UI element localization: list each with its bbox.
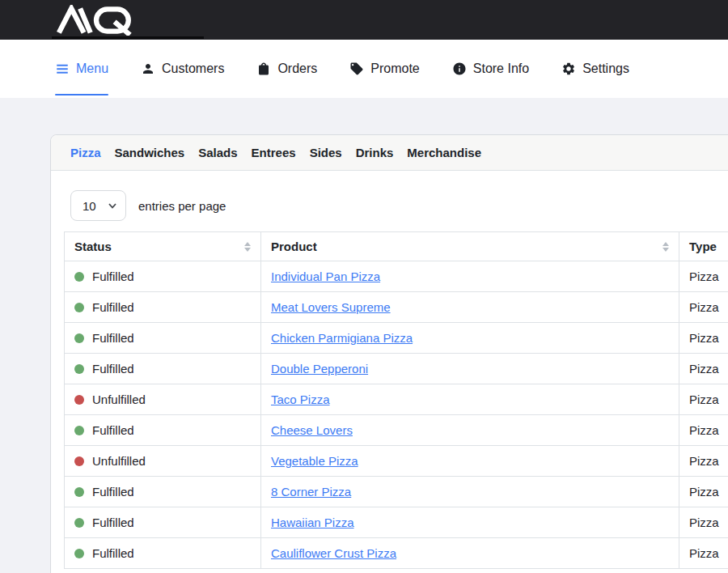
- card-body: 10 entries per page Status: [51, 171, 728, 573]
- entries-per-page-value: 10: [83, 199, 96, 213]
- tab-sandwiches[interactable]: Sandwiches: [115, 146, 185, 159]
- info-icon: [452, 62, 467, 76]
- column-header-status[interactable]: Status: [65, 232, 261, 261]
- table-row: Fulfilled Meat Lovers Supreme Pizza: [65, 292, 728, 323]
- product-link[interactable]: Cheese Lovers: [271, 423, 353, 437]
- tab-drinks[interactable]: Drinks: [356, 146, 394, 159]
- table-row: Fulfilled Hawaiian Pizza Pizza: [65, 507, 728, 538]
- type-cell: Pizza: [679, 384, 728, 415]
- product-link[interactable]: Hawaiian Pizza: [271, 516, 354, 529]
- column-header-product[interactable]: Product: [261, 232, 679, 261]
- nav-item-label: Settings: [582, 62, 629, 76]
- column-header-label: Product: [271, 240, 317, 253]
- status-dot: [74, 364, 84, 374]
- hamburger-icon: [55, 62, 70, 76]
- column-header-label: Status: [74, 240, 112, 253]
- product-link[interactable]: Cauliflower Crust Pizza: [271, 546, 396, 560]
- tab-sides[interactable]: Sides: [310, 146, 342, 159]
- status-dot: [74, 426, 84, 435]
- status-label: Unfulfilled: [92, 454, 146, 468]
- status-dot: [74, 395, 84, 405]
- category-tabs: Pizza Sandwiches Salads Entrees Sides Dr…: [51, 135, 728, 171]
- nav-item-settings[interactable]: Settings: [561, 40, 629, 98]
- table-row: Unfulfilled Taco Pizza Pizza: [65, 384, 728, 415]
- status-dot: [74, 333, 84, 343]
- nav-item-customers[interactable]: Customers: [141, 40, 224, 98]
- tab-pizza[interactable]: Pizza: [70, 146, 101, 159]
- brand-logo-icon: [52, 5, 141, 36]
- product-link[interactable]: Meat Lovers Supreme: [271, 300, 391, 314]
- status-label: Fulfilled: [92, 300, 134, 314]
- sort-icon[interactable]: [662, 242, 669, 252]
- type-cell: Pizza: [679, 507, 728, 538]
- nav-item-orders[interactable]: Orders: [256, 40, 317, 98]
- products-table: Status Product Type: [64, 231, 728, 569]
- page-content: Pizza Sandwiches Salads Entrees Sides Dr…: [0, 98, 728, 573]
- table-header-row: Status Product Type: [65, 232, 728, 261]
- brand-logo[interactable]: [52, 5, 141, 36]
- status-dot: [74, 272, 84, 282]
- table-row: Unfulfilled Vegetable Pizza Pizza: [65, 446, 728, 477]
- gear-icon: [561, 62, 576, 76]
- type-cell: Pizza: [679, 415, 728, 446]
- table-row: Fulfilled Individual Pan Pizza Pizza: [65, 261, 728, 292]
- entries-per-page-select[interactable]: 10: [70, 190, 126, 221]
- status-label: Fulfilled: [92, 546, 134, 560]
- status-label: Fulfilled: [92, 516, 134, 529]
- type-cell: Pizza: [679, 261, 728, 292]
- type-cell: Pizza: [679, 446, 728, 477]
- nav-item-label: Customers: [162, 62, 224, 76]
- tab-merchandise[interactable]: Merchandise: [407, 146, 481, 159]
- type-cell: Pizza: [679, 292, 728, 323]
- table-row: Fulfilled Cheese Lovers Pizza: [65, 415, 728, 446]
- status-label: Fulfilled: [92, 270, 134, 283]
- menu-card: Pizza Sandwiches Salads Entrees Sides Dr…: [50, 134, 728, 573]
- tab-entrees[interactable]: Entrees: [252, 146, 296, 159]
- entries-per-page-label: entries per page: [138, 199, 226, 213]
- nav-item-menu[interactable]: Menu: [55, 40, 108, 98]
- logo-underline: [52, 36, 204, 39]
- status-dot: [74, 303, 84, 312]
- status-dot: [74, 518, 84, 528]
- product-link[interactable]: Taco Pizza: [271, 393, 330, 406]
- status-dot: [74, 549, 84, 558]
- chevron-down-icon: [108, 201, 117, 210]
- product-link[interactable]: Individual Pan Pizza: [271, 270, 380, 283]
- person-icon: [141, 62, 155, 76]
- type-cell: Pizza: [679, 477, 728, 507]
- product-link[interactable]: Double Pepperoni: [271, 362, 368, 376]
- status-dot: [74, 487, 84, 497]
- nav-item-promote[interactable]: Promote: [349, 40, 419, 98]
- column-header-type[interactable]: Type: [679, 232, 728, 261]
- nav-item-label: Promote: [370, 62, 419, 76]
- status-label: Fulfilled: [92, 331, 134, 345]
- entries-per-page-row: 10 entries per page: [70, 190, 728, 221]
- status-label: Fulfilled: [92, 485, 134, 499]
- nav-item-label: Store Info: [473, 62, 529, 76]
- nav-item-label: Orders: [277, 62, 317, 76]
- status-label: Fulfilled: [92, 362, 134, 376]
- primary-nav: Menu Customers Orders Promote Store Info…: [0, 40, 728, 98]
- tag-icon: [349, 62, 364, 76]
- status-label: Unfulfilled: [92, 393, 146, 406]
- table-row: Fulfilled 8 Corner Pizza Pizza: [65, 477, 728, 507]
- tab-salads[interactable]: Salads: [198, 146, 237, 159]
- product-link[interactable]: Chicken Parmigiana Pizza: [271, 331, 413, 345]
- sort-icon[interactable]: [244, 242, 251, 252]
- type-cell: Pizza: [679, 354, 728, 384]
- top-header-bar: [0, 0, 728, 40]
- status-dot: [74, 456, 84, 466]
- product-link[interactable]: 8 Corner Pizza: [271, 485, 351, 499]
- table-row: Fulfilled Cauliflower Crust Pizza Pizza: [65, 538, 728, 569]
- table-row: Fulfilled Double Pepperoni Pizza: [65, 354, 728, 384]
- table-row: Fulfilled Chicken Parmigiana Pizza Pizza: [65, 323, 728, 354]
- product-link[interactable]: Vegetable Pizza: [271, 454, 358, 468]
- type-cell: Pizza: [679, 323, 728, 354]
- bag-icon: [256, 62, 271, 76]
- status-label: Fulfilled: [92, 423, 134, 437]
- column-header-label: Type: [689, 240, 717, 253]
- nav-item-store-info[interactable]: Store Info: [452, 40, 529, 98]
- type-cell: Pizza: [679, 538, 728, 569]
- nav-item-label: Menu: [76, 62, 108, 76]
